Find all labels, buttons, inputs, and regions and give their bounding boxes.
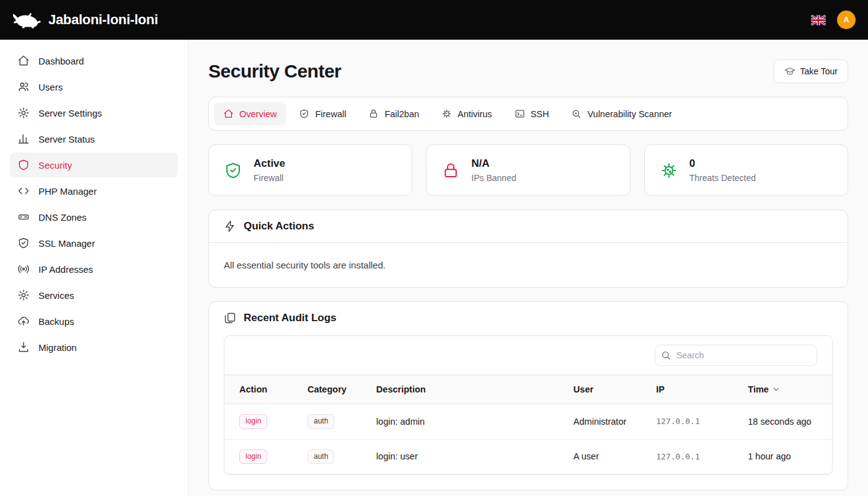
chevron-down-icon [772, 385, 781, 394]
avatar[interactable]: A [837, 11, 856, 29]
shield-check-icon [17, 237, 30, 249]
user-cell: A user [559, 439, 641, 474]
sidebar-item-services[interactable]: Services [10, 283, 178, 308]
page-title: Security Center [208, 61, 341, 82]
language-flag-icon[interactable] [811, 15, 826, 25]
users-icon [17, 81, 30, 93]
bull-logo-icon [12, 12, 41, 29]
sidebar-item-ssl-manager[interactable]: SSL Manager [10, 231, 178, 255]
shield-icon [17, 159, 30, 171]
home-icon [17, 55, 30, 67]
graduation-cap-icon [784, 66, 795, 77]
app-title: Jabaloni-loni-loni [48, 12, 158, 28]
shield-icon [299, 108, 309, 119]
sidebar: Dashboard Users Server Settings Server S… [0, 40, 188, 496]
gear-icon [17, 289, 30, 301]
sidebar-item-migration[interactable]: Migration [10, 335, 178, 360]
table-row: login auth login: user A user 127.0.0.1 … [224, 439, 832, 474]
lock-icon [368, 108, 379, 119]
lightning-icon [224, 220, 236, 232]
virus-icon [660, 161, 678, 180]
quick-actions-message: All essential security tools are install… [209, 243, 848, 287]
audit-logs-title: Recent Audit Logs [244, 312, 337, 324]
column-header-ip[interactable]: IP [641, 375, 733, 404]
action-badge: login [239, 450, 267, 464]
database-icon [17, 211, 30, 223]
tab-vulnerability-scanner[interactable]: Vulnerability Scanner [562, 102, 681, 125]
brand: Jabaloni-loni-loni [12, 12, 158, 29]
stat-ips-banned: N/A IPs Banned [426, 144, 630, 196]
stat-value: N/A [471, 157, 516, 170]
column-header-time[interactable]: Time [733, 375, 832, 404]
main-content: Security Center Take Tour Overview Firew… [188, 40, 868, 496]
description-cell: login: admin [361, 404, 559, 440]
audit-logs-icon [224, 312, 236, 324]
tab-fail2ban[interactable]: Fail2ban [359, 102, 428, 125]
table-row: login auth login: admin Administrator 12… [224, 404, 832, 440]
tab-ssh[interactable]: SSH [505, 102, 559, 125]
sidebar-item-users[interactable]: Users [10, 74, 178, 99]
lock-icon [441, 161, 460, 180]
security-tabs: Overview Firewall Fail2ban Antivirus SSH… [208, 97, 848, 131]
sidebar-item-backups[interactable]: Backups [10, 309, 178, 334]
time-cell: 18 seconds ago [733, 404, 832, 440]
column-header-category[interactable]: Category [293, 375, 361, 404]
bar-chart-icon [17, 133, 30, 145]
virus-icon [441, 108, 452, 119]
stat-label: Threats Detected [689, 173, 756, 183]
search-input[interactable] [655, 345, 817, 366]
category-badge: auth [308, 414, 334, 429]
sidebar-item-ip-addresses[interactable]: IP Addresses [10, 257, 178, 281]
stat-value: 0 [689, 157, 756, 170]
sidebar-item-server-settings[interactable]: Server Settings [10, 100, 178, 125]
sidebar-item-server-status[interactable]: Server Status [10, 126, 178, 151]
sidebar-item-php-manager[interactable]: PHP Manager [10, 179, 178, 203]
scanner-icon [571, 108, 582, 119]
download-icon [17, 341, 30, 353]
tab-overview[interactable]: Overview [214, 102, 286, 125]
broadcast-icon [17, 263, 30, 275]
quick-actions-title: Quick Actions [244, 220, 314, 232]
top-bar: Jabaloni-loni-loni A [0, 0, 868, 40]
stat-label: Firewall [254, 173, 285, 183]
sidebar-item-security[interactable]: Security [10, 153, 178, 177]
description-cell: login: user [361, 439, 559, 474]
sidebar-item-dashboard[interactable]: Dashboard [10, 48, 178, 73]
column-header-user[interactable]: User [559, 375, 641, 404]
action-badge: login [239, 414, 267, 429]
column-header-description[interactable]: Description [361, 375, 559, 404]
tab-antivirus[interactable]: Antivirus [432, 102, 502, 125]
sidebar-item-dns-zones[interactable]: DNS Zones [10, 205, 178, 229]
ip-cell: 127.0.0.1 [641, 439, 733, 474]
audit-table: Action Category Description User IP Time [224, 335, 833, 475]
tab-firewall[interactable]: Firewall [290, 102, 355, 125]
stat-firewall: Active Firewall [208, 144, 412, 196]
code-icon [17, 185, 30, 197]
cloud-upload-icon [17, 315, 30, 327]
column-header-action[interactable]: Action [224, 375, 293, 404]
stat-cards: Active Firewall N/A IPs Banned 0 Threats… [208, 144, 848, 196]
home-icon [223, 108, 234, 119]
shield-check-icon [224, 161, 242, 180]
quick-actions-card: Quick Actions All essential security too… [208, 210, 848, 288]
user-cell: Administrator [559, 404, 641, 440]
stat-value: Active [254, 157, 285, 170]
stat-label: IPs Banned [471, 173, 516, 183]
terminal-icon [515, 108, 525, 119]
table-header-row: Action Category Description User IP Time [224, 375, 832, 404]
gear-icon [17, 107, 30, 119]
stat-threats: 0 Threats Detected [644, 144, 848, 196]
take-tour-button[interactable]: Take Tour [774, 60, 848, 83]
time-cell: 1 hour ago [733, 439, 832, 474]
audit-logs-card: Recent Audit Logs [208, 301, 848, 490]
category-badge: auth [308, 450, 334, 464]
ip-cell: 127.0.0.1 [641, 404, 733, 440]
